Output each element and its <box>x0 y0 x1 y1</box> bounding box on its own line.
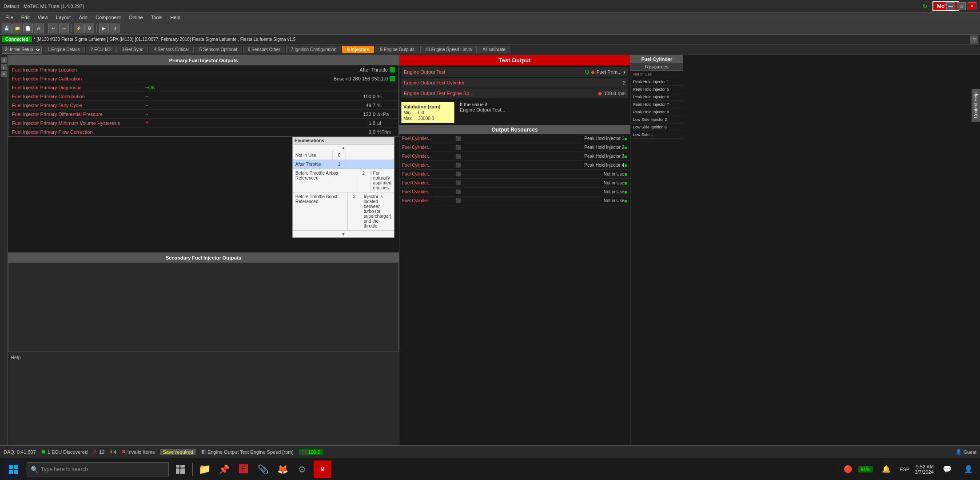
tab-engine-speed[interactable]: 10 Engine Speed Limits <box>420 46 477 53</box>
setup-dropdown[interactable]: 2: Initial Setup <box>2 46 42 54</box>
menu-online[interactable]: Online <box>125 14 147 21</box>
sidebar-icon-3[interactable]: ≡ <box>1 71 7 77</box>
tab-sensors-optional[interactable]: 5 Sensors Optional <box>195 46 242 53</box>
sidebar-icon-2[interactable]: L <box>1 64 7 70</box>
tb-redo[interactable]: ↪ <box>59 24 69 33</box>
value-flow-correction[interactable]: 0.0 <box>322 129 375 135</box>
app-icon-3[interactable]: 📎 <box>255 461 271 477</box>
context-help-tab[interactable]: Context Help <box>972 89 980 122</box>
menu-add[interactable]: Add <box>75 14 91 21</box>
conditional-text-area: If the value if Engine Output Test... <box>458 100 507 125</box>
fuel-cyl-item-peak6[interactable]: Peak Hold Injector 6 <box>630 93 683 101</box>
menu-edit[interactable]: Edit <box>18 14 33 21</box>
app-icon-4[interactable]: 🦊 <box>275 461 291 477</box>
tb-connect[interactable]: ⚡ <box>74 24 84 33</box>
notification-bell[interactable]: 🔔 <box>878 461 894 477</box>
resource-value-6[interactable]: Not in Use <box>604 180 625 185</box>
tb-save[interactable]: 💾 <box>2 24 12 33</box>
tab-engine-details[interactable]: 1 Engine Details <box>43 46 85 53</box>
fuel-cyl-item-not-in-use[interactable]: Not in Use <box>630 71 683 78</box>
app-icon-1[interactable]: 📌 <box>216 461 232 477</box>
validation-box: Validation [rpm] Min 0.0 Max 30000.0 <box>401 102 454 123</box>
tb-print[interactable]: 🖨 <box>34 24 44 33</box>
resource-value-1[interactable]: Peak Hold Injector 1 <box>584 136 624 141</box>
menu-tools[interactable]: Tools <box>147 14 166 21</box>
fuel-cyl-item-low-side-other[interactable]: Low Side... <box>630 131 683 139</box>
resource-green-2: ■ <box>624 145 627 150</box>
tb-open[interactable]: 📁 <box>12 24 22 33</box>
app-icon-5[interactable]: ⚙ <box>294 461 310 477</box>
tb-undo[interactable]: ↩ <box>48 24 58 33</box>
enum-scroll-up[interactable]: ▲ <box>293 144 394 151</box>
enum-row-before-throttle-airbox[interactable]: Before Throttle Airbox Referenced 2 For … <box>293 169 394 192</box>
refresh-icon[interactable]: ↻ <box>922 3 928 10</box>
value-location[interactable]: After Throttle <box>335 67 388 72</box>
notifications-button[interactable]: 💬 <box>939 461 955 477</box>
resource-value-4[interactable]: Peak Hold Injector 4 <box>584 163 624 168</box>
menu-component[interactable]: Component <box>92 14 124 21</box>
menu-layout[interactable]: Layout <box>52 14 74 21</box>
tab-sensors-critical[interactable]: 4 Sensors Critical <box>149 46 193 53</box>
resource-value-3[interactable]: Peak Hold Injector 3 <box>584 154 624 159</box>
maximize-button[interactable]: □ <box>957 2 966 10</box>
taskbar-right-divider <box>838 463 838 476</box>
fuel-cyl-item-low-side-inj2[interactable]: Low Side Injector 2 <box>630 116 683 124</box>
test-value-engine-sp[interactable]: 100.0 <box>604 91 616 96</box>
fuel-cyl-item-peak5[interactable]: Peak Hold Injector 5 <box>630 86 683 93</box>
value-duty-cycle[interactable]: 49.7 <box>322 103 375 108</box>
enum-row-not-in-use[interactable]: Not in Use 0 <box>293 151 394 160</box>
taskview-button[interactable] <box>172 461 188 477</box>
resource-value-5[interactable]: Not in Use <box>604 172 625 176</box>
test-value-cylinder[interactable]: 2 <box>623 80 625 85</box>
tab-ref-sync[interactable]: 3 Ref Sync <box>116 46 148 53</box>
tab-injectors[interactable]: 8 Injectors <box>342 46 374 53</box>
motec-taskbar-button[interactable]: M <box>314 460 331 478</box>
tb-new[interactable]: 📄 <box>23 24 33 33</box>
tab-ecu-io[interactable]: 2 ECU I/O <box>86 46 116 53</box>
sidebar-icon-1[interactable]: Q <box>1 57 7 63</box>
search-bar[interactable]: 🔍 Type here to search <box>27 462 169 476</box>
value-contribution[interactable]: 100.0 <box>322 94 375 99</box>
fuel-cyl-item-low-side-ign6[interactable]: Low Side Ignition 6 <box>630 124 683 131</box>
tab-all-calibrate[interactable]: All calibrate <box>478 46 510 53</box>
value-diff-pressure[interactable]: 122.0 <box>322 112 375 117</box>
resource-value-7[interactable]: Not in Use <box>604 189 625 194</box>
val-max-label: Max <box>403 116 414 121</box>
start-button[interactable] <box>4 460 23 479</box>
tb-settings[interactable]: ⚙ <box>84 24 94 33</box>
menu-view[interactable]: View <box>34 14 52 21</box>
tb-extra1[interactable]: ▶ <box>99 24 109 33</box>
close-button[interactable]: ✕ <box>968 2 976 10</box>
tab-sensors-other[interactable]: 6 Sensors Other <box>243 46 285 53</box>
enum-name-after-throttle: After Throttle <box>293 160 333 168</box>
tab-ignition[interactable]: 7 Ignition Configuration <box>286 46 342 53</box>
enum-row-after-throttle[interactable]: After Throttle 1 <box>293 160 394 169</box>
file-explorer-button[interactable]: 📁 <box>196 461 212 477</box>
fuel-cyl-item-peak8[interactable]: Peak Hold Injector 8 <box>630 108 683 116</box>
svg-rect-0 <box>9 465 13 469</box>
val-min-label: Min <box>403 110 414 115</box>
notification-icon[interactable]: 🔴 <box>844 465 853 473</box>
minimize-button[interactable]: — <box>946 2 955 10</box>
conditional-text-2: Engine Output Test... <box>460 107 506 112</box>
help-button[interactable]: ? <box>970 36 978 44</box>
enum-num-not-in-use: 0 <box>333 151 346 160</box>
tb-extra2[interactable]: ⏸ <box>110 24 120 33</box>
resource-value-2[interactable]: Peak Hold Injector 2 <box>584 145 624 150</box>
invalid-icon: ✖ <box>122 449 126 455</box>
menu-help[interactable]: Help <box>167 14 184 21</box>
meet-now-button[interactable]: 👤 <box>960 461 976 477</box>
tab-engine-outputs[interactable]: 9 Engine Outputs <box>375 46 419 53</box>
value-min-volume[interactable]: 1.0 <box>322 120 375 126</box>
resource-value-8[interactable]: Not in Use <box>604 198 625 203</box>
value-calibration[interactable]: Bosch 0 280 156 052.1.0 <box>334 76 388 81</box>
dropdown-arrow-1[interactable]: ▾ <box>623 70 625 75</box>
menu-file[interactable]: File <box>2 14 17 21</box>
app-icon-2[interactable]: 🅵 <box>235 461 251 477</box>
svg-rect-4 <box>176 465 179 468</box>
test-value-engine-output[interactable]: Fuel Prim... <box>597 69 621 75</box>
fuel-cyl-item-peak7[interactable]: Peak Hold Injector 7 <box>630 101 683 108</box>
enum-scroll-down[interactable]: ▼ <box>293 231 394 237</box>
enum-row-before-throttle-boost[interactable]: Before Throttle Boost Referenced 3 Injec… <box>293 192 394 231</box>
fuel-cyl-item-peak1[interactable]: Peak Hold Injector 1 <box>630 78 683 86</box>
